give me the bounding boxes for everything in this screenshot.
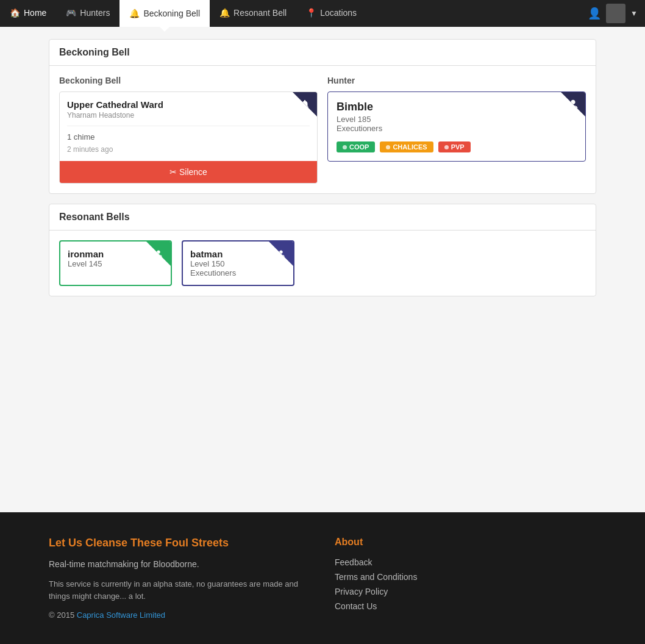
footer-alpha: This service is currently in an alpha st… bbox=[49, 578, 310, 602]
nav-beckoning-label: Beckoning Bell bbox=[143, 9, 200, 18]
footer-copyright: © 2015 Caprica Software Limited bbox=[49, 610, 310, 620]
nav-items: 🏠 Home 🎮 Hunters 🔔 Beckoning Bell 🔔 Reso… bbox=[0, 0, 580, 27]
nav-home-label: Home bbox=[24, 8, 46, 18]
nav-right: 👤 ▼ bbox=[580, 0, 645, 27]
nav-resonant-bell[interactable]: 🔔 Resonant Bell bbox=[210, 0, 296, 27]
main-content: Beckoning Bell Beckoning Bell Upper Cath… bbox=[0, 27, 645, 512]
ironman-level: Level 145 bbox=[68, 259, 163, 268]
nav-locations[interactable]: 📍 Locations bbox=[296, 0, 366, 27]
beckoning-bell-col: Beckoning Bell Upper Cathedral Ward Yhar… bbox=[59, 76, 318, 184]
avatar bbox=[606, 4, 625, 23]
beckoning-bell-nav-icon: 🔔 bbox=[129, 9, 140, 18]
batman-covenant: Executioners bbox=[190, 268, 286, 277]
resonant-item-batman: batman Level 150 Executioners bbox=[182, 240, 294, 286]
footer-privacy[interactable]: Privacy Policy bbox=[335, 587, 596, 596]
pvp-label: PVP bbox=[451, 143, 465, 151]
beckoning-bell-title: Beckoning Bell bbox=[49, 40, 596, 66]
tag-chalices: CHALICES bbox=[380, 141, 433, 152]
nav-home[interactable]: 🏠 Home bbox=[0, 0, 56, 27]
bell-grid: Beckoning Bell Upper Cathedral Ward Yhar… bbox=[59, 76, 586, 184]
beckoning-bell-section: Beckoning Bell Beckoning Bell Upper Cath… bbox=[49, 39, 596, 194]
coop-label: COOP bbox=[349, 143, 369, 151]
hunter-card: Bimble Level 185 Executioners COOP bbox=[327, 91, 586, 162]
resonant-bells-title: Resonant Bells bbox=[49, 204, 596, 231]
footer-right: About Feedback Terms and Conditions Priv… bbox=[335, 537, 596, 620]
tag-coop: COOP bbox=[337, 141, 375, 152]
company-link[interactable]: Caprica Software Limited bbox=[77, 610, 165, 620]
hunter-name: Bimble bbox=[337, 101, 577, 113]
footer-tagline: Let Us Cleanse These Foul Streets bbox=[49, 537, 310, 549]
beckoning-bell-item: Upper Cathedral Ward Yharnam Headstone 1… bbox=[59, 91, 318, 184]
tag-pvp: PVP bbox=[438, 141, 471, 152]
nav-locations-label: Locations bbox=[320, 8, 357, 18]
footer-contact[interactable]: Contact Us bbox=[335, 601, 596, 611]
nav-hunters[interactable]: 🎮 Hunters bbox=[56, 0, 119, 27]
resonant-grid: ironman Level 145 batman Level 150 Execu… bbox=[59, 240, 586, 286]
footer-desc: Real-time matchmaking for Bloodborne. bbox=[49, 558, 310, 571]
locations-icon: 📍 bbox=[306, 8, 316, 18]
footer-feedback[interactable]: Feedback bbox=[335, 557, 596, 567]
copyright-text: © 2015 bbox=[49, 610, 74, 620]
nav-resonant-label: Resonant Bell bbox=[233, 8, 287, 18]
hunter-tags: COOP CHALICES PVP bbox=[337, 141, 577, 152]
bell-time: 2 minutes ago bbox=[67, 145, 310, 154]
beckoning-bell-body: Beckoning Bell Upper Cathedral Ward Yhar… bbox=[49, 66, 596, 193]
chalices-dot bbox=[386, 145, 390, 149]
hunter-level: Level 185 bbox=[337, 115, 577, 124]
ironman-name: ironman bbox=[68, 249, 163, 259]
footer-about-title: About bbox=[335, 537, 596, 548]
hunter-covenant: Executioners bbox=[337, 124, 577, 133]
footer-terms[interactable]: Terms and Conditions bbox=[335, 572, 596, 582]
nav-beckoning-bell[interactable]: 🔔 Beckoning Bell bbox=[119, 0, 210, 27]
resonant-bells-body: ironman Level 145 batman Level 150 Execu… bbox=[49, 231, 596, 296]
resonant-bell-nav-icon: 🔔 bbox=[219, 8, 230, 18]
beckoning-bell-col-label: Beckoning Bell bbox=[59, 76, 318, 85]
hunter-col: Hunter Bimble Level 185 Executioners bbox=[327, 76, 586, 184]
navbar: 🏠 Home 🎮 Hunters 🔔 Beckoning Bell 🔔 Reso… bbox=[0, 0, 645, 27]
pvp-dot bbox=[444, 145, 449, 149]
batman-level: Level 150 bbox=[190, 259, 286, 268]
location-name: Upper Cathedral Ward bbox=[67, 99, 310, 110]
hunters-icon: 🎮 bbox=[66, 8, 76, 18]
home-icon: 🏠 bbox=[10, 8, 20, 18]
location-sub: Yharnam Headstone bbox=[67, 111, 310, 120]
coop-dot bbox=[343, 145, 347, 149]
resonant-item-ironman: ironman Level 145 bbox=[59, 240, 172, 286]
footer-left: Let Us Cleanse These Foul Streets Real-t… bbox=[49, 537, 310, 620]
bell-chimes: 1 chime bbox=[67, 132, 310, 141]
dropdown-icon[interactable]: ▼ bbox=[630, 9, 638, 18]
beckoning-bell-inner: Upper Cathedral Ward Yharnam Headstone 1… bbox=[60, 92, 317, 161]
footer: Let Us Cleanse These Foul Streets Real-t… bbox=[0, 512, 645, 644]
batman-name: batman bbox=[190, 249, 286, 259]
chalices-label: CHALICES bbox=[393, 143, 427, 151]
silence-button[interactable]: ✂ Silence bbox=[60, 161, 317, 183]
user-icon: 👤 bbox=[588, 7, 601, 20]
hunter-inner: Bimble Level 185 Executioners COOP bbox=[328, 92, 585, 161]
resonant-bells-section: Resonant Bells ironman Level 145 bbox=[49, 204, 596, 296]
nav-hunters-label: Hunters bbox=[80, 8, 110, 18]
hunter-col-label: Hunter bbox=[327, 76, 586, 85]
